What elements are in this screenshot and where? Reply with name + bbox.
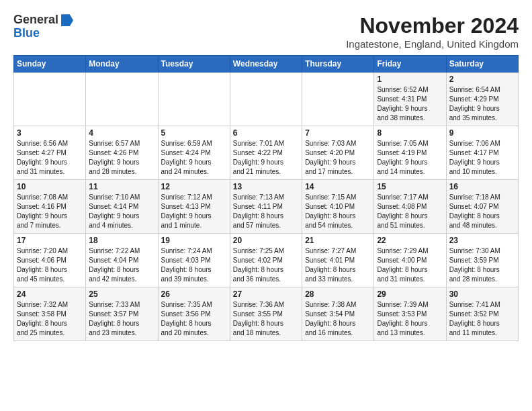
calendar-cell: 29Sunrise: 7:39 AMSunset: 3:53 PMDayligh… [374,287,446,341]
calendar-cell: 11Sunrise: 7:10 AMSunset: 4:14 PMDayligh… [86,180,158,234]
day-info: Sunrise: 7:05 AMSunset: 4:19 PMDaylight:… [377,139,443,177]
day-number: 20 [233,236,299,245]
weekday-header-friday: Friday [374,56,446,73]
day-info: Sunrise: 7:10 AMSunset: 4:14 PMDaylight:… [89,193,154,230]
day-info: Sunrise: 7:06 AMSunset: 4:17 PMDaylight:… [449,139,515,177]
calendar-week-row: 1Sunrise: 6:52 AMSunset: 4:31 PMDaylight… [14,73,519,126]
calendar-cell: 20Sunrise: 7:25 AMSunset: 4:02 PMDayligh… [230,234,302,287]
weekday-header-tuesday: Tuesday [158,56,230,73]
calendar-cell: 23Sunrise: 7:30 AMSunset: 3:59 PMDayligh… [446,234,518,287]
day-number: 19 [161,236,227,245]
logo-icon [61,14,73,26]
day-number: 30 [449,289,515,299]
day-info: Sunrise: 7:13 AMSunset: 4:11 PMDaylight:… [233,193,299,230]
calendar-cell: 3Sunrise: 6:56 AMSunset: 4:27 PMDaylight… [14,126,86,180]
calendar-cell: 14Sunrise: 7:15 AMSunset: 4:10 PMDayligh… [302,180,374,234]
day-info: Sunrise: 7:03 AMSunset: 4:20 PMDaylight:… [305,139,371,177]
calendar-cell: 17Sunrise: 7:20 AMSunset: 4:06 PMDayligh… [14,234,86,287]
day-info: Sunrise: 7:39 AMSunset: 3:53 PMDaylight:… [377,300,443,338]
calendar-cell [14,73,86,126]
calendar-cell: 1Sunrise: 6:52 AMSunset: 4:31 PMDaylight… [374,73,446,126]
day-number: 4 [89,128,154,138]
calendar-cell: 10Sunrise: 7:08 AMSunset: 4:16 PMDayligh… [14,180,86,234]
header: General Blue November 2024 Ingatestone, … [13,13,519,50]
day-number: 16 [449,182,515,191]
day-info: Sunrise: 7:41 AMSunset: 3:52 PMDaylight:… [449,300,515,338]
calendar-cell: 13Sunrise: 7:13 AMSunset: 4:11 PMDayligh… [230,180,302,234]
day-number: 8 [377,128,443,138]
calendar-cell: 9Sunrise: 7:06 AMSunset: 4:17 PMDaylight… [446,126,518,180]
calendar-cell: 5Sunrise: 6:59 AMSunset: 4:24 PMDaylight… [158,126,230,180]
day-info: Sunrise: 7:22 AMSunset: 4:04 PMDaylight:… [89,246,154,284]
location-title: Ingatestone, England, United Kingdom [346,38,519,50]
day-number: 23 [449,236,515,245]
calendar-cell: 8Sunrise: 7:05 AMSunset: 4:19 PMDaylight… [374,126,446,180]
day-info: Sunrise: 6:56 AMSunset: 4:27 PMDaylight:… [17,139,83,177]
day-info: Sunrise: 7:20 AMSunset: 4:06 PMDaylight:… [17,246,83,284]
day-info: Sunrise: 7:27 AMSunset: 4:01 PMDaylight:… [305,246,371,284]
weekday-header-saturday: Saturday [446,56,518,73]
day-number: 14 [305,182,371,191]
calendar-table: SundayMondayTuesdayWednesdayThursdayFrid… [13,55,519,341]
calendar-cell: 12Sunrise: 7:12 AMSunset: 4:13 PMDayligh… [158,180,230,234]
calendar-week-row: 24Sunrise: 7:32 AMSunset: 3:58 PMDayligh… [14,287,519,341]
calendar-cell: 2Sunrise: 6:54 AMSunset: 4:29 PMDaylight… [446,73,518,126]
day-info: Sunrise: 7:18 AMSunset: 4:07 PMDaylight:… [449,193,515,230]
day-info: Sunrise: 7:36 AMSunset: 3:55 PMDaylight:… [233,300,299,338]
day-info: Sunrise: 7:12 AMSunset: 4:13 PMDaylight:… [161,193,227,230]
day-number: 18 [89,236,154,245]
day-number: 22 [377,236,443,245]
calendar-cell: 6Sunrise: 7:01 AMSunset: 4:22 PMDaylight… [230,126,302,180]
calendar-cell: 22Sunrise: 7:29 AMSunset: 4:00 PMDayligh… [374,234,446,287]
calendar-cell [230,73,302,126]
day-number: 21 [305,236,371,245]
day-number: 6 [233,128,299,138]
day-info: Sunrise: 6:54 AMSunset: 4:29 PMDaylight:… [449,85,515,123]
day-number: 13 [233,182,299,191]
day-number: 24 [17,289,83,299]
calendar-cell: 24Sunrise: 7:32 AMSunset: 3:58 PMDayligh… [14,287,86,341]
day-number: 27 [233,289,299,299]
calendar-cell: 28Sunrise: 7:38 AMSunset: 3:54 PMDayligh… [302,287,374,341]
calendar-cell: 27Sunrise: 7:36 AMSunset: 3:55 PMDayligh… [230,287,302,341]
day-number: 1 [377,75,443,84]
day-number: 7 [305,128,371,138]
day-info: Sunrise: 7:35 AMSunset: 3:56 PMDaylight:… [161,300,227,338]
day-number: 11 [89,182,154,191]
day-info: Sunrise: 7:29 AMSunset: 4:00 PMDaylight:… [377,246,443,284]
day-info: Sunrise: 7:17 AMSunset: 4:08 PMDaylight:… [377,193,443,230]
day-number: 2 [449,75,515,84]
calendar-cell [302,73,374,126]
calendar-cell: 26Sunrise: 7:35 AMSunset: 3:56 PMDayligh… [158,287,230,341]
weekday-header-sunday: Sunday [14,56,86,73]
day-number: 5 [161,128,227,138]
day-info: Sunrise: 7:01 AMSunset: 4:22 PMDaylight:… [233,139,299,177]
calendar-cell: 4Sunrise: 6:57 AMSunset: 4:26 PMDaylight… [86,126,158,180]
calendar-cell: 7Sunrise: 7:03 AMSunset: 4:20 PMDaylight… [302,126,374,180]
day-number: 12 [161,182,227,191]
calendar-cell: 16Sunrise: 7:18 AMSunset: 4:07 PMDayligh… [446,180,518,234]
day-number: 3 [17,128,83,138]
weekday-header-monday: Monday [86,56,158,73]
month-title: November 2024 [346,13,519,38]
weekday-header-row: SundayMondayTuesdayWednesdayThursdayFrid… [14,56,519,73]
day-number: 28 [305,289,371,299]
logo-blue-text: Blue [13,27,73,40]
day-info: Sunrise: 7:25 AMSunset: 4:02 PMDaylight:… [233,246,299,284]
day-number: 25 [89,289,154,299]
day-info: Sunrise: 7:32 AMSunset: 3:58 PMDaylight:… [17,300,83,338]
logo: General Blue [13,13,73,40]
day-number: 29 [377,289,443,299]
day-number: 26 [161,289,227,299]
calendar-week-row: 3Sunrise: 6:56 AMSunset: 4:27 PMDaylight… [14,126,519,180]
day-info: Sunrise: 7:30 AMSunset: 3:59 PMDaylight:… [449,246,515,284]
title-area: November 2024 Ingatestone, England, Unit… [346,13,519,50]
day-info: Sunrise: 7:08 AMSunset: 4:16 PMDaylight:… [17,193,83,230]
day-info: Sunrise: 7:33 AMSunset: 3:57 PMDaylight:… [89,300,154,338]
weekday-header-wednesday: Wednesday [230,56,302,73]
day-info: Sunrise: 7:24 AMSunset: 4:03 PMDaylight:… [161,246,227,284]
calendar-cell: 21Sunrise: 7:27 AMSunset: 4:01 PMDayligh… [302,234,374,287]
logo-general-text: General [13,13,73,27]
calendar-cell [86,73,158,126]
calendar-week-row: 10Sunrise: 7:08 AMSunset: 4:16 PMDayligh… [14,180,519,234]
